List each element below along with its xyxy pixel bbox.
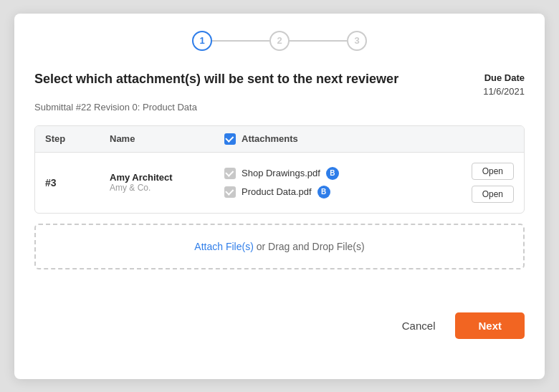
attachments-checkbox[interactable] <box>224 133 236 145</box>
attachments-table: Step Name Attachments #3 Amy Architect A… <box>34 125 525 214</box>
attachment-2-checkbox[interactable] <box>224 186 236 198</box>
step-3: 3 <box>347 31 367 51</box>
attachment-item-1: Shop Drawings.pdf B <box>224 167 442 180</box>
col-name: Name <box>110 133 224 144</box>
step-1: 1 <box>192 31 212 51</box>
footer: Cancel Next <box>34 312 525 339</box>
next-button[interactable]: Next <box>455 312 525 339</box>
due-date-label: Due Date <box>483 71 525 85</box>
row-step: #3 <box>45 177 110 188</box>
modal-dialog: 1 2 3 Select which attachment(s) will be… <box>14 14 545 379</box>
attachments-list: Shop Drawings.pdf B Product Data.pdf B <box>224 167 442 199</box>
table-row: #3 Amy Architect Amy & Co. Shop Drawings… <box>35 153 524 213</box>
due-date-block: Due Date 11/6/2021 <box>483 71 525 99</box>
stepper: 1 2 3 <box>34 31 525 51</box>
col-attachments: Attachments <box>224 133 442 145</box>
attachment-1-name: Shop Drawings.pdf <box>242 168 320 178</box>
header-row: Select which attachment(s) will be sent … <box>34 71 525 99</box>
attach-files-link[interactable]: Attach File(s) <box>194 241 253 252</box>
dropzone-static-text: or Drag and Drop File(s) <box>254 241 365 252</box>
due-date-value: 11/6/2021 <box>483 85 525 99</box>
open-buttons: Open Open <box>442 163 514 203</box>
open-button-2[interactable]: Open <box>472 186 514 203</box>
cancel-button[interactable]: Cancel <box>392 314 446 338</box>
attachment-2-badge: B <box>317 186 330 199</box>
attachment-1-badge: B <box>326 167 339 180</box>
reviewer-info: Amy Architect Amy & Co. <box>110 172 224 193</box>
attachment-1-checkbox[interactable] <box>224 168 236 179</box>
step-line-2 <box>290 40 347 42</box>
table-header: Step Name Attachments <box>35 126 524 153</box>
page-title: Select which attachment(s) will be sent … <box>34 71 398 87</box>
reviewer-name: Amy Architect <box>110 172 224 183</box>
step-2: 2 <box>269 31 290 51</box>
subtitle: Submittal #22 Revision 0: Product Data <box>34 102 525 113</box>
attachment-2-name: Product Data.pdf <box>242 186 312 197</box>
reviewer-company: Amy & Co. <box>110 183 224 193</box>
step-line-1 <box>212 40 269 42</box>
attachment-item-2: Product Data.pdf B <box>224 186 442 199</box>
col-step: Step <box>45 133 110 144</box>
dropzone[interactable]: Attach File(s) or Drag and Drop File(s) <box>34 224 525 269</box>
open-button-1[interactable]: Open <box>472 163 514 180</box>
col-attachments-label: Attachments <box>242 133 298 144</box>
